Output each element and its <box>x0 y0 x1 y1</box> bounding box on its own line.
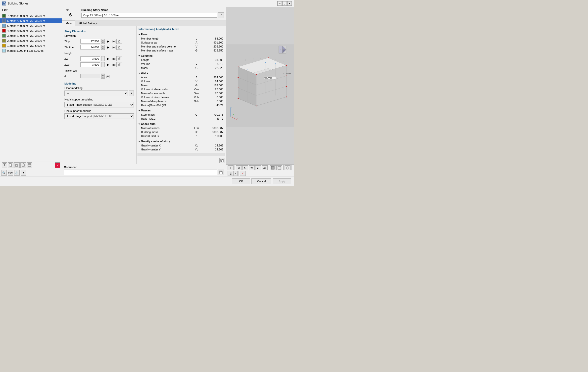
zbottom-spinners: ▲ ▼ <box>101 45 105 50</box>
list-item[interactable]: 5 Ztop: 24.000 m | ΔZ: 3.500 m <box>0 23 62 28</box>
svg-line-16 <box>221 14 222 15</box>
wireframe-button[interactable] <box>276 165 282 170</box>
floor-modeling-select[interactable]: -- <box>64 91 128 96</box>
horizontal-scrollbar[interactable] <box>138 153 225 156</box>
dzo-down-button[interactable]: ▼ <box>101 65 105 67</box>
minimize-button[interactable]: ─ <box>277 1 282 6</box>
close-panel-button[interactable]: ✕ <box>55 162 60 168</box>
zbottom-lock-button[interactable] <box>116 45 122 50</box>
dz-down-button[interactable]: ▼ <box>101 59 105 61</box>
close-button[interactable]: ✕ <box>287 1 292 6</box>
list-item[interactable]: 3 Ztop: 17.000 m | ΔZ: 3.500 m <box>0 33 62 38</box>
story-name-section: Building Story Name <box>79 7 226 20</box>
delete-story-button[interactable] <box>20 162 26 168</box>
list-item[interactable]: 4 Ztop: 20.500 m | ΔZ: 3.500 m <box>0 28 62 33</box>
dz-arrow-button[interactable]: ▶ <box>106 57 111 60</box>
search-tool-button[interactable]: 🔍 <box>1 170 7 176</box>
d-input[interactable] <box>80 74 100 78</box>
value-tool-button[interactable]: 0.00 <box>8 170 13 176</box>
zbottom-up-button[interactable]: ▲ <box>101 45 105 47</box>
list-item[interactable]: 7 Ztop: 31.000 m | ΔZ: 3.500 m <box>0 13 62 18</box>
dz-up-button[interactable]: ▲ <box>101 56 105 59</box>
zbottom-arrow-button[interactable]: ▶ <box>106 46 111 49</box>
anchor-tool-button[interactable]: ⚓ <box>14 170 20 176</box>
render-mode-button[interactable] <box>270 165 276 170</box>
duplicate-story-button[interactable] <box>8 162 13 168</box>
tab-main[interactable]: Main <box>62 20 75 26</box>
collapse-icon[interactable]: ▼ <box>138 55 141 57</box>
dz-input[interactable] <box>80 56 100 61</box>
ok-button[interactable]: OK <box>232 178 250 184</box>
dzo-lock-button[interactable]: 2↕ <box>116 62 122 67</box>
info-symbol-cell: ΣG <box>190 130 203 134</box>
zbottom-down-button[interactable]: ▼ <box>101 47 105 50</box>
ztop-arrow-button[interactable]: ▶ <box>106 40 111 43</box>
info-data-row: Mass of shear wallsGsw70.000 <box>137 91 226 95</box>
dzo-input[interactable] <box>80 62 100 67</box>
d-spinners: ▲ ▼ <box>101 74 105 79</box>
info-symbol-cell: V <box>190 45 203 48</box>
close-viewport-button[interactable]: ✕ <box>240 171 246 176</box>
info-category-row: ▼ Gravity center of story <box>137 139 226 143</box>
svg-marker-82 <box>286 167 289 169</box>
list-item[interactable]: 1 Ztop: 10.000 m | ΔZ: 5.000 m <box>0 43 62 48</box>
info-export-button[interactable] <box>219 158 225 163</box>
collapse-icon[interactable]: ▼ <box>138 72 141 75</box>
story-number: 6 <box>66 11 75 19</box>
edit-name-button[interactable] <box>218 12 224 18</box>
svg-point-46 <box>238 66 239 67</box>
info-label-cell: Gravity center Y <box>137 147 190 151</box>
info-data-row: Gravity center YYc14.505 <box>137 147 226 151</box>
svg-point-52 <box>238 88 239 89</box>
svg-text:2↕: 2↕ <box>119 57 121 59</box>
select-all-button[interactable]: ⊞ <box>236 165 242 170</box>
print-dropdown-button[interactable]: ▼ <box>234 171 238 176</box>
collapse-icon[interactable]: ▼ <box>138 140 141 143</box>
viewport-panel: 700.775 t 27.500 m <box>226 7 294 177</box>
list-header: List <box>0 7 62 13</box>
bottom-tools: 🔍 0.00 ⚓ ƒ <box>0 169 62 177</box>
cancel-button[interactable]: Cancel <box>251 178 271 184</box>
print-button[interactable]: 🖨 <box>228 171 234 176</box>
nodal-support-section: Nodal support modeling Fixed Hinge Suppo… <box>64 98 134 107</box>
view-y-button[interactable]: Y↑ <box>249 165 255 170</box>
view-xz-button[interactable]: Z↕ <box>262 165 268 170</box>
comment-input[interactable] <box>64 170 217 175</box>
info-value-cell: 22.025 <box>203 66 226 70</box>
ztop-down-button[interactable]: ▼ <box>101 41 105 44</box>
view-x-button[interactable]: X↑ <box>242 165 248 170</box>
formula-tool-button[interactable]: ƒ <box>21 170 26 176</box>
collapse-icon[interactable]: ▼ <box>138 109 141 112</box>
restore-button[interactable]: □ <box>282 1 287 6</box>
info-symbol-cell: A <box>190 41 203 45</box>
dzo-up-button[interactable]: ▲ <box>101 62 105 65</box>
ztop-input[interactable] <box>80 39 100 44</box>
comment-button[interactable] <box>218 170 224 175</box>
edit-story-button[interactable] <box>14 162 20 168</box>
apply-button[interactable]: Apply <box>273 178 291 184</box>
nodal-support-select[interactable]: Fixed Hinge Support | ☑☑☑☑ ☐☐☑ <box>64 102 134 107</box>
nodal-support-label: Nodal support modeling <box>64 98 134 101</box>
d-down-button[interactable]: ▼ <box>101 76 105 79</box>
cursor-tool-button[interactable]: ⊹ <box>228 165 234 170</box>
d-up-button[interactable]: ▲ <box>101 74 105 76</box>
zbottom-input[interactable] <box>80 45 100 49</box>
modeling-title: Modeling <box>64 82 134 85</box>
dz-lock-button[interactable]: 2↕ <box>116 56 122 61</box>
tab-global-settings[interactable]: Global Settings <box>75 20 101 26</box>
list-item[interactable]: 6 Ztop: 27.500 m | ΔZ: 3.500 m <box>0 18 62 23</box>
list-item[interactable]: 0 Ztop: 5.000 m | ΔZ: 5.000 m <box>0 48 62 53</box>
ztop-lock-button[interactable] <box>116 39 122 44</box>
collapse-icon[interactable]: ▼ <box>138 123 141 125</box>
table-button[interactable] <box>27 162 32 168</box>
story-name-input[interactable] <box>81 13 217 18</box>
story-dimension-title: Story Dimension <box>64 30 134 33</box>
view-z-button[interactable]: Z↑ <box>255 165 261 170</box>
line-support-select[interactable]: Fixed Hinge Support | ☑☑☑☑ ☐☐☑ <box>64 113 134 119</box>
add-story-button[interactable] <box>2 162 7 168</box>
collapse-icon[interactable]: ▼ <box>138 33 141 36</box>
dzo-arrow-button[interactable]: ▶ <box>106 63 111 66</box>
iso-view-button[interactable] <box>285 165 291 170</box>
list-item[interactable]: 2 Ztop: 13.500 m | ΔZ: 3.500 m <box>0 38 62 43</box>
ztop-up-button[interactable]: ▲ <box>101 39 105 41</box>
